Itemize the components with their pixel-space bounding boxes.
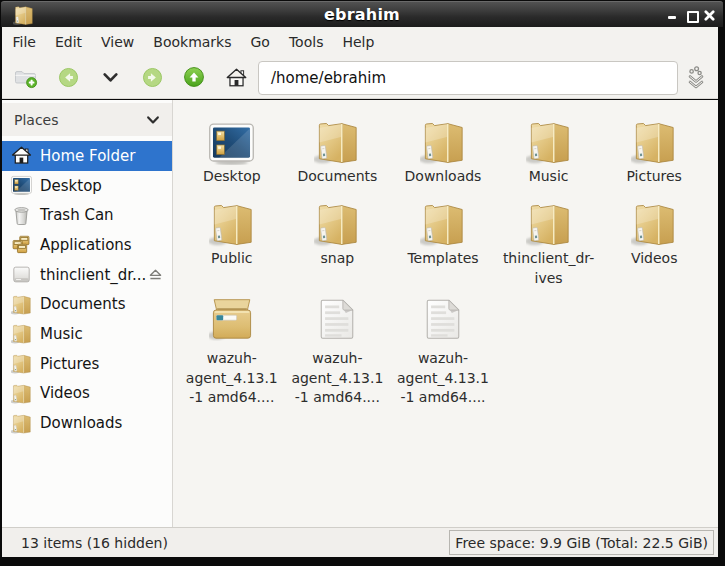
folder-icon	[314, 118, 360, 165]
up-button[interactable]	[173, 60, 215, 94]
file-item-music[interactable]: Music	[496, 117, 602, 187]
file-row: Desktop Documents Downloads Music Pictur…	[179, 117, 707, 187]
document-icon	[315, 296, 359, 341]
side-pane: Places Home Folder Desktop Trash Can App…	[2, 100, 173, 527]
folder-icon	[420, 118, 466, 165]
folder-icon	[11, 413, 32, 434]
forward-icon	[141, 66, 164, 89]
maximize-button[interactable]	[686, 10, 696, 21]
applications-icon	[11, 234, 32, 255]
folder-icon	[631, 118, 677, 165]
folder-icon	[11, 353, 32, 374]
folder-icon	[11, 383, 32, 404]
menu-edit[interactable]: Edit	[45, 30, 91, 54]
sidebar-item-downloads[interactable]: Downloads	[2, 408, 172, 438]
file-item-label: Videos	[631, 249, 678, 269]
file-item-label: snap	[321, 249, 355, 269]
folder-view[interactable]: Desktop Documents Downloads Music Pictur…	[174, 100, 718, 527]
chevron-down-icon	[146, 113, 160, 127]
folder-icon	[526, 118, 572, 165]
titlebar[interactable]: ebrahim	[1, 1, 723, 27]
window-title: ebrahim	[1, 5, 723, 24]
file-item-wazuh[interactable]: wazuh- agent_4.13.1 -1 amd64....	[179, 293, 285, 408]
menu-go[interactable]: Go	[241, 30, 279, 54]
drive-icon	[11, 264, 32, 285]
file-manager-window: ebrahim FileEditViewBookmarksGoToolsHelp…	[0, 0, 725, 566]
sidebar-item-trash-can[interactable]: Trash Can	[2, 200, 172, 230]
side-pane-title: Places	[14, 112, 146, 128]
folder-icon	[209, 200, 255, 247]
chevron-down-icon	[102, 69, 119, 86]
sidebar-item-music[interactable]: Music	[2, 319, 172, 349]
menu-tools[interactable]: Tools	[279, 30, 333, 54]
file-item-desktop[interactable]: Desktop	[179, 117, 285, 187]
folder-icon	[11, 294, 32, 315]
desktop-icon	[11, 175, 32, 196]
menu-view[interactable]: View	[92, 30, 144, 54]
new-tab-button[interactable]	[5, 60, 47, 94]
file-item-label: Documents	[297, 167, 377, 187]
file-item-videos[interactable]: Videos	[601, 199, 707, 288]
file-item-wazuh[interactable]: wazuh- agent_4.13.1 -1 amd64....	[390, 293, 496, 408]
file-item-downloads[interactable]: Downloads	[390, 117, 496, 187]
file-item-snap[interactable]: snap	[285, 199, 391, 288]
close-button[interactable]	[705, 10, 715, 21]
file-item-label: Desktop	[203, 167, 261, 187]
status-item-count: 13 items (16 hidden)	[21, 528, 168, 557]
home-icon	[11, 145, 32, 166]
places-list: Home Folder Desktop Trash Can Applicatio…	[2, 141, 172, 438]
file-item-templates[interactable]: Templates	[390, 199, 496, 288]
sidebar-item-thinclient-dr[interactable]: thinclient_dr...	[2, 260, 172, 290]
file-item-label: wazuh- agent_4.13.1 -1 amd64....	[291, 349, 383, 408]
path-input[interactable]: /home/ebrahim	[258, 61, 678, 95]
side-pane-mode-selector[interactable]: Places	[2, 103, 172, 136]
file-item-label: wazuh- agent_4.13.1 -1 amd64....	[397, 349, 489, 408]
file-item-label: Downloads	[405, 167, 482, 187]
file-row: wazuh- agent_4.13.1 -1 amd64.... wazuh- …	[179, 293, 496, 408]
menu-file[interactable]: File	[3, 30, 45, 54]
folder-icon	[526, 200, 572, 247]
file-item-label: thinclient_dr- ives	[503, 249, 594, 288]
sidebar-item-desktop[interactable]: Desktop	[2, 171, 172, 201]
up-icon	[182, 65, 206, 89]
back-button[interactable]	[47, 60, 89, 94]
folder-icon	[314, 200, 360, 247]
sidebar-item-applications[interactable]: Applications	[2, 230, 172, 260]
sidebar-item-pictures[interactable]: Pictures	[2, 349, 172, 379]
document-icon	[421, 296, 465, 341]
toolbar: /home/ebrahim	[2, 56, 718, 99]
menu-help[interactable]: Help	[333, 30, 384, 54]
minimize-button[interactable]	[667, 10, 677, 21]
file-item-thinclient-dr[interactable]: thinclient_dr- ives	[496, 199, 602, 288]
new-tab-icon	[13, 64, 39, 90]
menu-bookmarks[interactable]: Bookmarks	[144, 30, 241, 54]
statusbar: 13 items (16 hidden) Free space: 9.9 GiB…	[2, 527, 718, 557]
eject-icon[interactable]	[147, 266, 164, 283]
file-item-label: Public	[211, 249, 252, 269]
file-item-pictures[interactable]: Pictures	[601, 117, 707, 187]
file-item-label: Music	[529, 167, 569, 187]
file-item-label: Templates	[407, 249, 478, 269]
file-item-public[interactable]: Public	[179, 199, 285, 288]
folder-icon	[11, 323, 32, 344]
content-area: Places Home Folder Desktop Trash Can App…	[2, 100, 718, 527]
sidebar-item-videos[interactable]: Videos	[2, 379, 172, 409]
file-item-label: Pictures	[626, 167, 681, 187]
forward-button[interactable]	[131, 60, 173, 94]
trash-icon	[11, 205, 32, 226]
window-controls	[667, 2, 715, 28]
sidebar-item-documents[interactable]: Documents	[2, 289, 172, 319]
file-item-wazuh[interactable]: wazuh- agent_4.13.1 -1 amd64....	[285, 293, 391, 408]
menubar: FileEditViewBookmarksGoToolsHelp	[2, 27, 718, 56]
file-row: Public snap Templates thinclient_dr- ive…	[179, 199, 707, 288]
status-free-space: Free space: 9.9 GiB (Total: 22.5 GiB)	[449, 530, 714, 555]
folder-icon	[420, 200, 466, 247]
package-icon	[209, 294, 255, 341]
file-item-documents[interactable]: Documents	[285, 117, 391, 187]
home-toolbar-icon	[224, 65, 249, 90]
remote-indicator-icon	[684, 62, 710, 94]
folder-icon	[631, 200, 677, 247]
home-button[interactable]	[215, 60, 257, 94]
sidebar-item-home-folder[interactable]: Home Folder	[2, 141, 172, 171]
history-dropdown-button[interactable]	[89, 60, 131, 94]
